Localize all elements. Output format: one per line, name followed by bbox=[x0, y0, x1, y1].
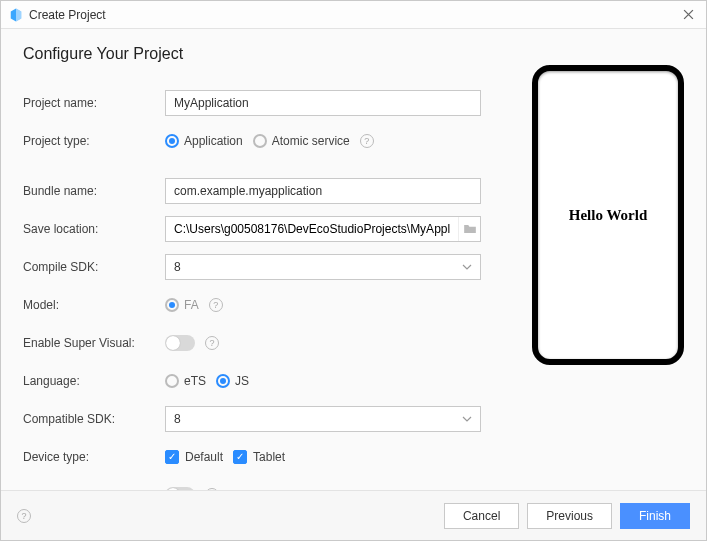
compile-sdk-select[interactable]: 8 bbox=[165, 254, 481, 280]
device-preview: Hello World bbox=[532, 65, 684, 365]
dialog-body: Configure Your Project Project name: Pro… bbox=[1, 29, 706, 490]
compatible-sdk-select[interactable]: 8 bbox=[165, 406, 481, 432]
label-compile-sdk: Compile SDK: bbox=[23, 260, 165, 274]
show-in-service-center-toggle[interactable] bbox=[165, 487, 195, 490]
create-project-dialog: Create Project Configure Your Project Pr… bbox=[0, 0, 707, 541]
label-save-location: Save location: bbox=[23, 222, 165, 236]
save-location-field bbox=[165, 216, 481, 242]
enable-super-visual-toggle[interactable] bbox=[165, 335, 195, 351]
radio-ets-label: eTS bbox=[184, 374, 206, 388]
help-icon[interactable]: ? bbox=[17, 509, 31, 523]
label-bundle-name: Bundle name: bbox=[23, 184, 165, 198]
form-panel: Configure Your Project Project name: Pro… bbox=[23, 45, 512, 490]
radio-atomic-service[interactable]: Atomic service bbox=[253, 134, 350, 148]
radio-js-label: JS bbox=[235, 374, 249, 388]
close-icon[interactable] bbox=[678, 5, 698, 25]
help-icon[interactable]: ? bbox=[205, 336, 219, 350]
radio-fa-label: FA bbox=[184, 298, 199, 312]
app-logo-icon bbox=[9, 8, 23, 22]
cancel-button[interactable]: Cancel bbox=[444, 503, 519, 529]
chevron-down-icon bbox=[462, 264, 472, 270]
checkbox-default-label: Default bbox=[185, 450, 223, 464]
radio-application-label: Application bbox=[184, 134, 243, 148]
chevron-down-icon bbox=[462, 416, 472, 422]
bundle-name-input[interactable] bbox=[165, 178, 481, 204]
project-name-input[interactable] bbox=[165, 90, 481, 116]
radio-js[interactable]: JS bbox=[216, 374, 249, 388]
titlebar: Create Project bbox=[1, 1, 706, 29]
label-enable-super-visual: Enable Super Visual: bbox=[23, 336, 165, 350]
label-device-type: Device type: bbox=[23, 450, 165, 464]
checkbox-default[interactable]: ✓Default bbox=[165, 450, 223, 464]
checkbox-tablet-label: Tablet bbox=[253, 450, 285, 464]
save-location-input[interactable] bbox=[166, 217, 458, 241]
label-project-name: Project name: bbox=[23, 96, 165, 110]
window-title: Create Project bbox=[29, 8, 678, 22]
radio-application[interactable]: Application bbox=[165, 134, 243, 148]
preview-text: Hello World bbox=[569, 207, 647, 224]
browse-folder-icon[interactable] bbox=[458, 217, 480, 241]
compile-sdk-value: 8 bbox=[174, 260, 181, 274]
radio-atomic-label: Atomic service bbox=[272, 134, 350, 148]
radio-ets[interactable]: eTS bbox=[165, 374, 206, 388]
finish-button[interactable]: Finish bbox=[620, 503, 690, 529]
radio-fa[interactable]: FA bbox=[165, 298, 199, 312]
label-language: Language: bbox=[23, 374, 165, 388]
label-model: Model: bbox=[23, 298, 165, 312]
page-title: Configure Your Project bbox=[23, 45, 512, 63]
help-icon[interactable]: ? bbox=[360, 134, 374, 148]
preview-panel: Hello World bbox=[532, 65, 684, 490]
label-project-type: Project type: bbox=[23, 134, 165, 148]
checkbox-tablet[interactable]: ✓Tablet bbox=[233, 450, 285, 464]
previous-button[interactable]: Previous bbox=[527, 503, 612, 529]
label-compatible-sdk: Compatible SDK: bbox=[23, 412, 165, 426]
dialog-footer: ? Cancel Previous Finish bbox=[1, 490, 706, 540]
help-icon[interactable]: ? bbox=[209, 298, 223, 312]
compatible-sdk-value: 8 bbox=[174, 412, 181, 426]
